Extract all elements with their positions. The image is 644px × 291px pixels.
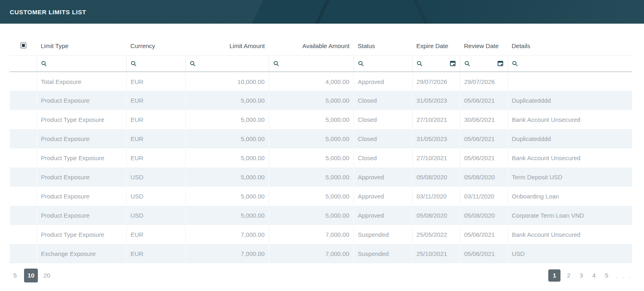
row-select-cell bbox=[10, 225, 37, 244]
customer-limits-page: CUSTOMER LIMITS LIST Limit TypeCurrencyL… bbox=[0, 0, 644, 282]
search-icon-expire_date[interactable] bbox=[417, 61, 422, 66]
cell-limit_type: Product Exposure bbox=[37, 187, 126, 206]
cell-details: Bank Account Unsecured bbox=[508, 110, 632, 129]
filter-cell-status[interactable] bbox=[354, 55, 412, 72]
table-row[interactable]: Exchange ExposureEUR7,000.007,000.00Susp… bbox=[10, 244, 632, 263]
cell-available_amount: 5,000.00 bbox=[269, 206, 354, 225]
table-row[interactable]: Product ExposureUSD5,000.005,000.00Appro… bbox=[10, 206, 632, 225]
cell-expire_date: 31/05/2023 bbox=[412, 129, 460, 148]
cell-review_date: 05/06/2021 bbox=[460, 225, 508, 244]
calendar-icon-review_date[interactable] bbox=[497, 60, 503, 66]
cell-currency: EUR bbox=[126, 129, 185, 148]
filter-cell-details[interactable] bbox=[508, 55, 632, 72]
cell-expire_date: 29/07/2026 bbox=[412, 72, 460, 91]
filter-cell-limit_amount[interactable] bbox=[185, 55, 269, 72]
cell-limit_type: Product Exposure bbox=[37, 206, 126, 225]
table-row[interactable]: Product ExposureEUR5,000.005,000.00Close… bbox=[10, 91, 632, 110]
page-size-option-10[interactable]: 10 bbox=[24, 269, 38, 282]
select-all-cell bbox=[10, 37, 37, 55]
cell-limit_type: Total Exposure bbox=[37, 72, 126, 91]
cell-status: Closed bbox=[354, 129, 412, 148]
cell-review_date: 30/06/2021 bbox=[460, 110, 508, 129]
cell-limit_amount: 10,000.00 bbox=[185, 72, 269, 91]
cell-expire_date: 05/08/2020 bbox=[412, 168, 460, 187]
pagination-bar: 51020 12345. . . bbox=[10, 269, 632, 282]
table-filter-row bbox=[10, 55, 632, 72]
cell-expire_date: 05/08/2020 bbox=[412, 206, 460, 225]
cell-review_date: 05/06/2021 bbox=[460, 91, 508, 110]
cell-details: Onboarding Loan bbox=[508, 187, 632, 206]
page-number-selector: 12345. . . bbox=[548, 269, 632, 282]
cell-limit_type: Product Type Exposure bbox=[37, 110, 126, 129]
search-icon-status[interactable] bbox=[358, 61, 364, 66]
table-row[interactable]: Product ExposureUSD5,000.005,000.00Appro… bbox=[10, 168, 632, 187]
filter-cell-available_amount[interactable] bbox=[269, 55, 354, 72]
column-header-limit_type: Limit Type bbox=[37, 37, 126, 55]
page-size-option-5[interactable]: 5 bbox=[10, 269, 20, 282]
indeterminate-mark-icon bbox=[22, 44, 25, 47]
search-icon-limit_amount[interactable] bbox=[190, 61, 196, 66]
cell-available_amount: 5,000.00 bbox=[269, 129, 354, 148]
cell-details: Bank Account Unsecured bbox=[508, 148, 632, 168]
cell-limit_type: Product Type Exposure bbox=[37, 148, 126, 168]
filter-cell-limit_type[interactable] bbox=[37, 55, 126, 72]
filter-cell-review_date[interactable] bbox=[460, 55, 508, 72]
row-select-cell bbox=[10, 72, 37, 91]
cell-details: Term Deposit USD bbox=[508, 168, 632, 187]
page-number-5[interactable]: 5 bbox=[602, 269, 611, 282]
cell-limit_type: Exchange Exposure bbox=[37, 244, 126, 263]
cell-status: Closed bbox=[354, 91, 412, 110]
cell-currency: EUR bbox=[126, 110, 185, 129]
search-icon-review_date[interactable] bbox=[464, 61, 470, 66]
table-row[interactable]: Product ExposureEUR5,000.005,000.00Close… bbox=[10, 129, 632, 148]
cell-status: Approved bbox=[354, 72, 412, 91]
page-title: CUSTOMER LIMITS LIST bbox=[10, 9, 86, 15]
filter-cell-expire_date[interactable] bbox=[412, 55, 460, 72]
column-header-review_date: Review Date bbox=[460, 37, 508, 55]
cell-status: Closed bbox=[354, 110, 412, 129]
column-header-limit_amount: Limit Amount bbox=[185, 37, 269, 55]
table-row[interactable]: Product Type ExposureEUR5,000.005,000.00… bbox=[10, 110, 632, 129]
page-number-2[interactable]: 2 bbox=[564, 269, 573, 282]
column-header-available_amount: Available Amount bbox=[269, 37, 354, 55]
search-icon-currency[interactable] bbox=[131, 61, 136, 66]
search-icon-limit_type[interactable] bbox=[41, 61, 47, 66]
cell-limit_amount: 5,000.00 bbox=[185, 110, 269, 129]
table-header-row: Limit TypeCurrencyLimit AmountAvailable … bbox=[10, 37, 632, 55]
row-select-cell bbox=[10, 187, 37, 206]
filter-cell-currency[interactable] bbox=[126, 55, 185, 72]
page-number-4[interactable]: 4 bbox=[589, 269, 598, 282]
cell-available_amount: 5,000.00 bbox=[269, 168, 354, 187]
calendar-icon-expire_date[interactable] bbox=[450, 60, 456, 66]
page-size-option-20[interactable]: 20 bbox=[42, 269, 52, 282]
search-icon-available_amount[interactable] bbox=[273, 61, 279, 66]
page-size-selector: 51020 bbox=[10, 269, 52, 282]
cell-expire_date: 27/10/2021 bbox=[412, 148, 460, 168]
cell-review_date: 05/08/2020 bbox=[460, 206, 508, 225]
cell-available_amount: 4,000.00 bbox=[269, 72, 354, 91]
page-number-3[interactable]: 3 bbox=[577, 269, 586, 282]
select-all-checkbox[interactable] bbox=[20, 42, 26, 48]
cell-limit_type: Product Exposure bbox=[37, 168, 126, 187]
table-row[interactable]: Product ExposureUSD5,000.005,000.00Appro… bbox=[10, 187, 632, 206]
cell-limit_amount: 5,000.00 bbox=[185, 206, 269, 225]
row-select-cell bbox=[10, 206, 37, 225]
cell-limit_type: Product Type Exposure bbox=[37, 225, 126, 244]
pagination-ellipsis[interactable]: . . . bbox=[615, 272, 632, 279]
search-icon-details[interactable] bbox=[512, 61, 518, 66]
table-row[interactable]: Product Type ExposureEUR5,000.005,000.00… bbox=[10, 148, 632, 168]
row-select-cell bbox=[10, 91, 37, 110]
cell-limit_amount: 5,000.00 bbox=[185, 129, 269, 148]
table-row[interactable]: Product Type ExposureEUR7,000.007,000.00… bbox=[10, 225, 632, 244]
cell-review_date: 05/06/2021 bbox=[460, 148, 508, 168]
page-number-1[interactable]: 1 bbox=[548, 269, 560, 282]
row-select-cell bbox=[10, 244, 37, 263]
cell-available_amount: 5,000.00 bbox=[269, 187, 354, 206]
cell-currency: USD bbox=[126, 206, 185, 225]
column-header-status: Status bbox=[354, 37, 412, 55]
cell-expire_date: 25/10/2021 bbox=[412, 244, 460, 263]
row-select-cell bbox=[10, 110, 37, 129]
row-select-cell bbox=[10, 129, 37, 148]
table-row[interactable]: Total ExposureEUR10,000.004,000.00Approv… bbox=[10, 72, 632, 91]
cell-details: Corporate Term Loan VND bbox=[508, 206, 632, 225]
